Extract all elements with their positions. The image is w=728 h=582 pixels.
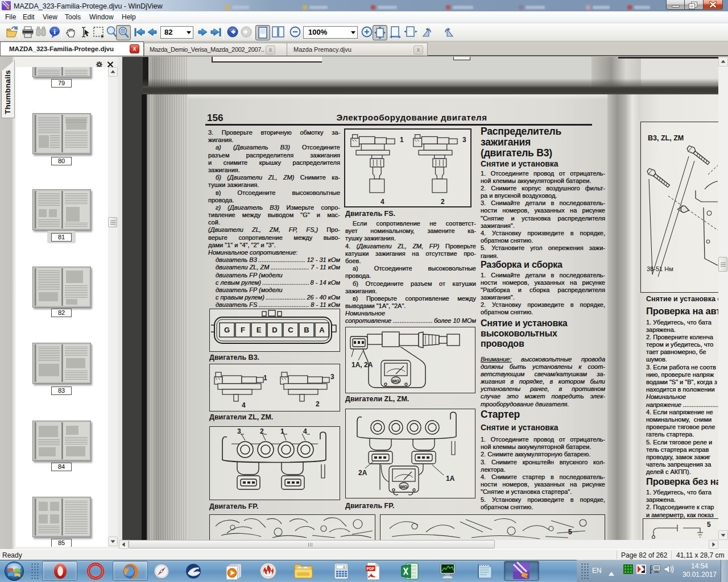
- svg-text:A: A: [319, 326, 325, 334]
- svg-text:B: B: [304, 326, 309, 334]
- svg-text:4: 4: [380, 198, 384, 205]
- svg-text:C: C: [288, 326, 293, 334]
- svg-text:i: i: [53, 27, 56, 36]
- svg-text:5: 5: [707, 521, 711, 529]
- svg-text:1: 1: [400, 136, 404, 144]
- svg-text:1: 1: [263, 374, 267, 382]
- svg-text:PDF: PDF: [367, 567, 375, 571]
- svg-text:38-51 Нм: 38-51 Нм: [647, 265, 673, 272]
- svg-text:D: D: [272, 326, 277, 334]
- svg-text:0: 0: [343, 566, 345, 569]
- svg-text:2: 2: [441, 198, 445, 205]
- svg-text:1A, 2A: 1A, 2A: [351, 361, 373, 369]
- svg-text:3: 3: [462, 136, 466, 144]
- svg-text:2: 2: [260, 427, 264, 435]
- svg-text:E: E: [257, 326, 262, 334]
- svg-text:5: 5: [568, 528, 572, 536]
- svg-text:3: 3: [237, 427, 241, 435]
- svg-text:1A: 1A: [446, 475, 455, 483]
- svg-text:4: 4: [242, 401, 246, 409]
- svg-text:G: G: [224, 326, 230, 334]
- svg-text:4: 4: [303, 427, 307, 435]
- svg-text:F: F: [241, 326, 245, 334]
- svg-text:2A: 2A: [358, 469, 367, 477]
- svg-text:B3, ZL, ZM: B3, ZL, ZM: [648, 134, 684, 142]
- svg-text:1: 1: [280, 427, 284, 435]
- svg-text:2: 2: [316, 400, 320, 408]
- svg-text:3: 3: [330, 373, 334, 381]
